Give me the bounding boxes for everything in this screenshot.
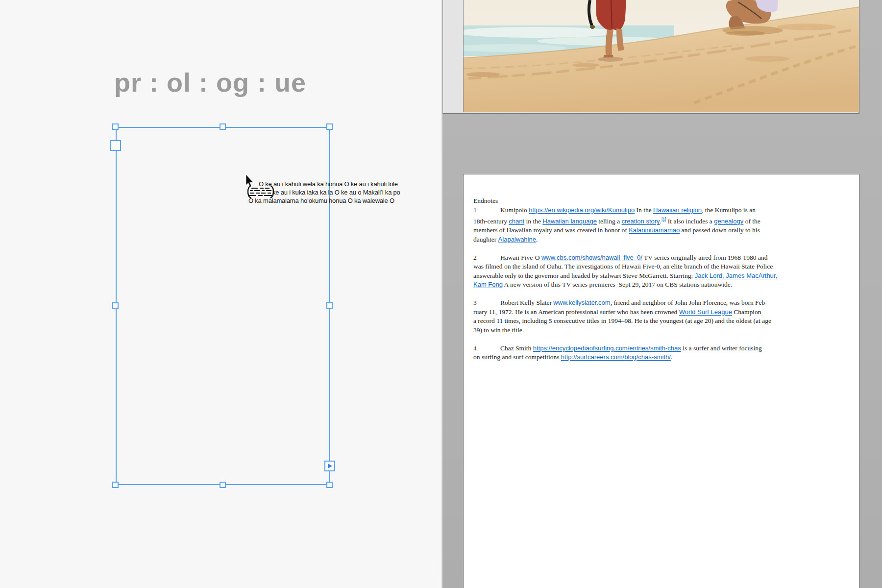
- endnote-text: 39) to win the title.: [473, 326, 524, 334]
- chant-text-line[interactable]: O ke au i kahuli wela ka honua O ke au i…: [259, 180, 398, 188]
- endnote-line: Kam Fong A new version of this TV series…: [473, 280, 855, 290]
- chant-text-line[interactable]: ke au i kuka iaka ka la O ke au o Makali…: [272, 188, 400, 196]
- endnote-text: , the Kumulipo is an: [702, 206, 756, 214]
- endnote-hyperlink[interactable]: https://encyclopediaofsurfing.com/entrie…: [533, 344, 681, 352]
- endnote-text: 18th-century: [473, 218, 509, 225]
- text-frame-in-port[interactable]: [110, 140, 121, 151]
- endnote-text: Kumipolo: [500, 206, 529, 214]
- endnote-hyperlink[interactable]: www.kellyslater.com: [553, 299, 610, 306]
- endnotes-heading: Endnotes: [473, 196, 855, 206]
- endnote-hyperlink[interactable]: Kalaninuiamamao: [629, 226, 680, 234]
- text-frame-out-port[interactable]: [324, 461, 335, 471]
- endnote-line: 3Robert Kelly Slater www.kellyslater.com…: [473, 298, 855, 308]
- endnote-text: was filmed on the island of Oahu. The in…: [473, 263, 773, 270]
- endnote-hyperlink[interactable]: www.cbs.com/shows/hawaii_five_0/: [541, 254, 642, 261]
- endnote-line: 39) to win the title.: [473, 326, 855, 335]
- frame-handle-top-left[interactable]: [112, 123, 119, 130]
- endnote-hyperlink[interactable]: genealogy: [714, 218, 743, 225]
- endnote-text: It also includes a: [666, 218, 714, 225]
- endnote-hyperlink[interactable]: Hawaiian language: [542, 218, 597, 225]
- loaded-text-cursor-icon: [245, 185, 276, 199]
- endnote-text: TV series originally aired from 1968-198…: [642, 254, 768, 261]
- endnote-line: members of Hawaiian royalty and was crea…: [473, 226, 855, 235]
- beach-photo-image: [464, 0, 859, 112]
- endnote-text: and passed down orally to his: [680, 226, 760, 234]
- endnote-text: .: [671, 353, 672, 361]
- endnote-footnote-marker: [1]: [662, 217, 666, 221]
- endnote[interactable]: 3Robert Kelly Slater www.kellyslater.com…: [473, 298, 855, 335]
- endnote-text: Hawaii Five-O: [500, 254, 541, 261]
- endnote-number: 1: [473, 206, 500, 215]
- endnote-text: .: [536, 236, 538, 243]
- endnote-hyperlink[interactable]: World Surf League: [679, 308, 732, 316]
- prologue-title[interactable]: pr : ol : og : ue: [114, 67, 306, 98]
- endnote-hyperlink[interactable]: https://en.wikipedia.org/wiki/Kumulipo: [529, 206, 635, 214]
- endnote[interactable]: 4Chaz Smith https://encyclopediaofsurfin…: [473, 344, 855, 362]
- endnote-hyperlink[interactable]: creation story: [622, 218, 660, 225]
- endnote-text: , friend and neighbor of John John Flore…: [611, 299, 767, 306]
- endnote-hyperlink[interactable]: Hawaiian religion: [653, 206, 702, 214]
- frame-handle-top-center[interactable]: [220, 123, 226, 130]
- endnote-hyperlink[interactable]: Jack Lord, James MacArthur,: [695, 272, 777, 279]
- endnote-text: is a surfer and writer focusing: [681, 344, 762, 352]
- endnote-line: daughter Alapaiwahine.: [473, 235, 855, 245]
- endnote-line: 2Hawaii Five-O www.cbs.com/shows/hawaii_…: [473, 253, 855, 263]
- endnote-line: ruary 11, 1972. He is an American profes…: [473, 308, 855, 317]
- endnote[interactable]: 2Hawaii Five-O www.cbs.com/shows/hawaii_…: [473, 253, 855, 290]
- endnote-line: on surfing and surf competitions http://…: [473, 353, 855, 362]
- endnote-text: In the: [635, 206, 653, 214]
- endnote-text: answerable only to the governor and head…: [473, 272, 695, 279]
- layout-app-canvas: pr : ol : og : ue O ke au i kahuli wela …: [0, 0, 882, 588]
- endnote-line: 4Chaz Smith https://encyclopediaofsurfin…: [473, 344, 855, 353]
- endnote-number: 3: [473, 298, 500, 308]
- endnote-text: of the: [743, 218, 760, 225]
- endnote-text: Robert Kelly Slater: [500, 299, 553, 306]
- endnote[interactable]: 1Kumipolo https://en.wikipedia.org/wiki/…: [473, 206, 855, 245]
- photo-page[interactable]: [442, 0, 859, 114]
- out-port-triangle-icon: [328, 464, 332, 468]
- frame-handle-middle-left[interactable]: [112, 302, 119, 309]
- frame-handle-bottom-right[interactable]: [326, 482, 333, 488]
- endnote-line: 18th-century chant in the Hawaiian langu…: [473, 215, 855, 226]
- endnote-hyperlink[interactable]: Alapaiwahine: [498, 236, 536, 243]
- beach-photo[interactable]: [463, 0, 859, 112]
- endnote-hyperlink[interactable]: chant: [509, 218, 524, 225]
- endnote-text: A new version of this TV series premiere…: [503, 281, 732, 288]
- endnote-line: was filmed on the island of Oahu. The in…: [473, 262, 855, 271]
- endnote-hyperlink[interactable]: Kam Fong: [473, 281, 503, 288]
- endnote-line: 1Kumipolo https://en.wikipedia.org/wiki/…: [473, 206, 855, 215]
- endnotes-text-frame[interactable]: Endnotes 1Kumipolo https://en.wikipedia.…: [473, 196, 855, 371]
- endnote-text: Champion: [732, 308, 761, 316]
- frame-handle-bottom-left[interactable]: [112, 482, 119, 488]
- endnote-text: daughter: [473, 236, 498, 243]
- left-page[interactable]: pr : ol : og : ue O ke au i kahuli wela …: [0, 0, 442, 588]
- endnote-text: telling a: [597, 218, 622, 225]
- endnote-line: answerable only to the governor and head…: [473, 271, 855, 281]
- endnote-text: ruary 11, 1972. He is an American profes…: [473, 308, 679, 316]
- frame-handle-bottom-center[interactable]: [220, 482, 226, 488]
- endnote-text: on surfing and surf competitions: [473, 353, 561, 361]
- endnote-line: a record 11 times, including 5 consecuti…: [473, 317, 855, 326]
- endnote-text: Chaz Smith: [500, 344, 533, 352]
- endnote-number: 4: [473, 344, 500, 353]
- frame-handle-middle-right[interactable]: [326, 302, 333, 309]
- endnote-text: in the: [524, 218, 542, 225]
- endnotes-list: 1Kumipolo https://en.wikipedia.org/wiki/…: [473, 206, 855, 362]
- endnote-text: a record 11 times, including 5 consecuti…: [473, 317, 771, 324]
- endnote-hyperlink[interactable]: http://surfcareers.com/blog/chas-smith/: [561, 353, 671, 361]
- frame-handle-top-right[interactable]: [326, 123, 333, 130]
- endnotes-page[interactable]: Endnotes 1Kumipolo https://en.wikipedia.…: [463, 174, 859, 588]
- endnote-number: 2: [473, 253, 500, 263]
- endnote-text: members of Hawaiian royalty and was crea…: [473, 226, 629, 234]
